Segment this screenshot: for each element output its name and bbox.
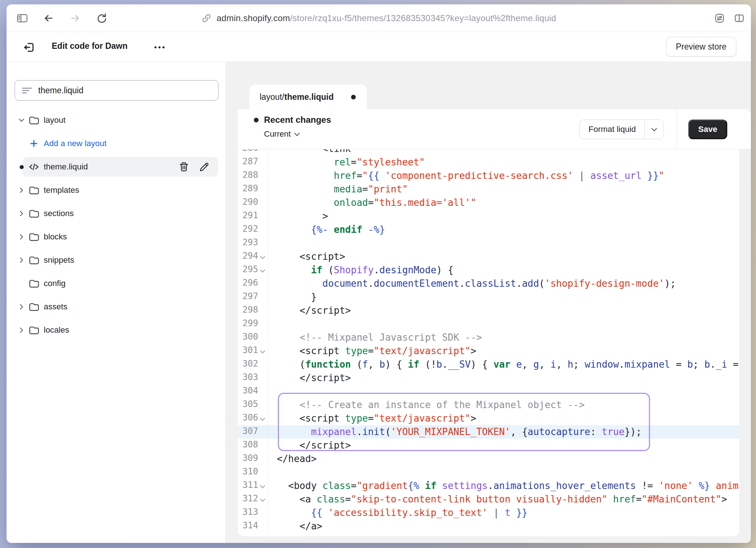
browser-toolbar: admin.shopify.com/store/rzq1xu-f5/themes… xyxy=(7,4,751,32)
code-line-314[interactable]: 314 </a> xyxy=(238,520,739,533)
split-view-icon[interactable] xyxy=(733,12,745,24)
code-text: {{ 'accessibility.skip_to_text' | t }} xyxy=(268,506,739,520)
fold-chevron-icon[interactable] xyxy=(260,254,265,259)
chevron-right-icon[interactable] xyxy=(17,185,26,195)
code-line-286[interactable]: 286 <link xyxy=(238,149,739,156)
code-line-299[interactable]: 299 xyxy=(238,317,739,331)
code-line-295[interactable]: 295 if (Shopify.designMode) { xyxy=(238,263,739,277)
code-line-301[interactable]: 301 <script type="text/javascript"> xyxy=(238,344,739,358)
line-number: 310 xyxy=(238,466,268,479)
code-line-302[interactable]: 302 (function (f, b) { if (!b.__SV) { va… xyxy=(238,358,739,371)
sidebar-item-locales[interactable]: locales xyxy=(7,318,225,342)
fold-chevron-icon[interactable] xyxy=(260,416,265,421)
reload-icon[interactable] xyxy=(95,12,108,24)
sidebar-item-layout[interactable]: layout xyxy=(7,109,225,132)
version-dropdown[interactable]: Current xyxy=(264,129,331,139)
tree-item-label: snippets xyxy=(44,255,74,265)
file-search-input[interactable]: theme.liquid xyxy=(15,80,218,101)
sidebar-item-sections[interactable]: sections xyxy=(7,202,225,225)
code-line-294[interactable]: 294 <script> xyxy=(238,250,739,263)
sidebar-item-config[interactable]: config xyxy=(7,272,225,295)
chevron-right-icon[interactable] xyxy=(17,232,26,242)
code-line-312[interactable]: 312 <a class="skip-to-content-link butto… xyxy=(238,493,739,506)
code-editor[interactable]: 286 <link287 rel="stylesheet"288 href="{… xyxy=(238,149,739,536)
code-line-288[interactable]: 288 href="{{ 'component-predictive-searc… xyxy=(238,169,739,183)
line-number: 300 xyxy=(238,331,268,344)
line-number: 309 xyxy=(238,452,268,466)
sidebar-toggle-icon[interactable] xyxy=(16,12,28,24)
folder-icon xyxy=(28,277,40,290)
forward-icon[interactable] xyxy=(69,12,81,24)
chevron-down-icon[interactable] xyxy=(17,116,26,125)
pencil-icon[interactable] xyxy=(198,161,210,173)
chevron-right-icon[interactable] xyxy=(17,302,26,312)
tab-file-name: theme.liquid xyxy=(284,92,334,102)
plus-icon xyxy=(28,137,40,150)
code-text: <body class="gradient{% if settings.anim… xyxy=(268,479,739,493)
chevron-down-icon xyxy=(294,130,300,136)
code-line-287[interactable]: 287 rel="stylesheet" xyxy=(238,156,739,169)
code-line-300[interactable]: 300 <!-- Mixpanel Javascript SDK --> xyxy=(238,331,739,344)
code-line-307[interactable]: 307 mixpanel.init('YOUR_MIXPANEL_TOKEN',… xyxy=(238,425,739,439)
chevron-right-icon[interactable] xyxy=(17,209,26,218)
code-text: } xyxy=(268,290,739,304)
format-liquid-chevron[interactable] xyxy=(645,120,664,139)
code-line-298[interactable]: 298 </script> xyxy=(238,304,739,317)
line-number: 293 xyxy=(238,236,268,250)
fold-chevron-icon[interactable] xyxy=(260,267,265,273)
page-title: Edit code for Dawn xyxy=(52,41,127,51)
fold-chevron-icon[interactable] xyxy=(260,483,265,488)
code-line-310[interactable]: 310 xyxy=(238,466,739,479)
code-line-290[interactable]: 290 onload="this.media='all'" xyxy=(238,196,739,210)
app-header: Edit code for Dawn Preview store xyxy=(7,32,751,62)
line-number: 311 xyxy=(238,479,268,493)
code-line-291[interactable]: 291 > xyxy=(238,210,739,223)
header-divider xyxy=(677,109,677,149)
code-text: <a class="skip-to-content-link button vi… xyxy=(268,493,739,506)
code-line-289[interactable]: 289 media="print" xyxy=(238,183,739,196)
code-line-296[interactable]: 296 document.documentElement.classList.a… xyxy=(238,277,739,290)
sidebar-item-snippets[interactable]: snippets xyxy=(7,248,225,272)
code-line-303[interactable]: 303 </script> xyxy=(238,371,739,385)
chevron-right-icon[interactable] xyxy=(17,325,26,335)
exit-editor-icon[interactable] xyxy=(23,41,36,54)
code-line-305[interactable]: 305 <!-- Create an instance of the Mixpa… xyxy=(238,398,739,412)
line-number: 286 xyxy=(238,149,268,156)
line-number: 297 xyxy=(238,290,268,304)
chevron-right-icon[interactable] xyxy=(17,255,26,265)
code-text: {%- endif -%} xyxy=(268,223,739,236)
back-icon[interactable] xyxy=(43,12,55,24)
line-number: 305 xyxy=(238,398,268,412)
trash-icon[interactable] xyxy=(178,161,190,173)
code-line-306[interactable]: 306 <script type="text/javascript"> xyxy=(238,412,739,425)
code-line-311[interactable]: 311 <body class="gradient{% if settings.… xyxy=(238,479,739,493)
chevron-down-icon xyxy=(651,125,657,131)
save-button[interactable]: Save xyxy=(688,120,727,139)
preview-store-button[interactable]: Preview store xyxy=(666,37,736,57)
code-line-297[interactable]: 297 } xyxy=(238,290,739,304)
more-dots-icon[interactable] xyxy=(152,41,168,54)
version-label: Current xyxy=(264,129,291,139)
code-line-309[interactable]: 309</head> xyxy=(238,452,739,466)
code-line-293[interactable]: 293 xyxy=(238,236,739,250)
recent-changes-title: Recent changes xyxy=(264,115,331,125)
tab-theme-liquid[interactable]: layout/theme.liquid xyxy=(249,85,367,109)
file-tree: layoutAdd a new layouttheme.liquidtempla… xyxy=(7,109,225,342)
fold-chevron-icon[interactable] xyxy=(260,348,265,353)
sidebar-action-add-layout[interactable]: Add a new layout xyxy=(7,132,225,155)
code-line-308[interactable]: 308 </script> xyxy=(238,439,739,452)
extensions-icon[interactable] xyxy=(714,12,725,24)
code-line-304[interactable]: 304 xyxy=(238,385,739,398)
sidebar-item-blocks[interactable]: blocks xyxy=(7,225,225,248)
address-bar[interactable]: admin.shopify.com/store/rzq1xu-f5/themes… xyxy=(7,4,751,32)
line-number: 287 xyxy=(238,156,268,169)
sidebar-item-templates[interactable]: templates xyxy=(7,179,225,202)
sidebar-item-theme-liquid[interactable]: theme.liquid xyxy=(7,155,225,179)
code-line-292[interactable]: 292 {%- endif -%} xyxy=(238,223,739,236)
tab-path-prefix: layout/ xyxy=(260,92,284,102)
fold-chevron-icon[interactable] xyxy=(260,497,265,502)
code-line-313[interactable]: 313 {{ 'accessibility.skip_to_text' | t … xyxy=(238,506,739,520)
format-liquid-button[interactable]: Format liquid xyxy=(579,120,664,139)
code-text: rel="stylesheet" xyxy=(268,156,739,169)
sidebar-item-assets[interactable]: assets xyxy=(7,295,225,318)
